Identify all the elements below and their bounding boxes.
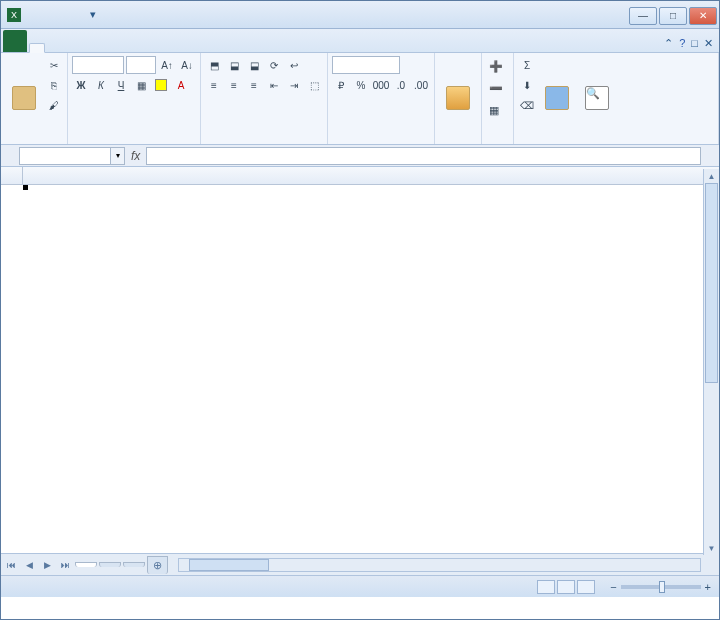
- copy-icon[interactable]: ⎘: [45, 76, 63, 94]
- align-bottom-icon[interactable]: ⬓: [245, 56, 263, 74]
- sheet-nav-next-icon[interactable]: ▶: [39, 557, 55, 573]
- styles-button[interactable]: [439, 56, 477, 141]
- delete-cells-button[interactable]: ➖: [486, 78, 509, 98]
- fill-color-button[interactable]: [152, 76, 170, 94]
- zoom-slider[interactable]: − +: [610, 581, 711, 593]
- indent-inc-icon[interactable]: ⇥: [285, 76, 303, 94]
- tab-layout[interactable]: [59, 44, 73, 52]
- cut-icon[interactable]: ✂: [45, 56, 63, 74]
- ribbon-minimize-icon[interactable]: ⌃: [664, 37, 673, 50]
- align-center-icon[interactable]: ≡: [225, 76, 243, 94]
- sheet-tab-3[interactable]: [123, 562, 145, 567]
- align-middle-icon[interactable]: ⬓: [225, 56, 243, 74]
- tab-developer[interactable]: [129, 44, 143, 52]
- view-normal-icon[interactable]: [537, 580, 555, 594]
- currency-icon[interactable]: ₽: [332, 76, 350, 94]
- shrink-font-icon[interactable]: A↓: [178, 56, 196, 74]
- ribbon-help: ⌃ ? □ ✕: [658, 35, 719, 52]
- align-top-icon[interactable]: ⬒: [205, 56, 223, 74]
- number-format-select[interactable]: [332, 56, 400, 74]
- text-color-button[interactable]: A: [172, 76, 190, 94]
- close-button[interactable]: ✕: [689, 7, 717, 25]
- window-controls: — □ ✕: [629, 5, 719, 25]
- excel-icon: X: [7, 8, 21, 22]
- tab-review[interactable]: [101, 44, 115, 52]
- format-painter-icon[interactable]: 🖌: [45, 96, 63, 114]
- border-button[interactable]: ▦: [132, 76, 150, 94]
- vscroll-thumb[interactable]: [705, 183, 718, 383]
- tab-foxit[interactable]: [157, 44, 171, 52]
- vertical-scrollbar[interactable]: ▲ ▼: [703, 169, 719, 555]
- grow-font-icon[interactable]: A↑: [158, 56, 176, 74]
- scroll-down-icon[interactable]: ▼: [704, 541, 719, 555]
- new-sheet-button[interactable]: ⊕: [147, 556, 168, 574]
- font-size-select[interactable]: [126, 56, 156, 74]
- sheet-tab-1[interactable]: [75, 562, 97, 567]
- merge-icon[interactable]: ⬚: [305, 76, 323, 94]
- save-icon[interactable]: [25, 7, 41, 23]
- italic-button[interactable]: К: [92, 76, 110, 94]
- doc-restore-icon[interactable]: □: [691, 37, 698, 50]
- sort-filter-button[interactable]: [538, 56, 576, 141]
- paste-button[interactable]: [5, 56, 43, 141]
- align-right-icon[interactable]: ≡: [245, 76, 263, 94]
- percent-icon[interactable]: %: [352, 76, 370, 94]
- inc-decimal-icon[interactable]: .0: [392, 76, 410, 94]
- view-break-icon[interactable]: [577, 580, 595, 594]
- undo-icon[interactable]: [45, 7, 61, 23]
- bold-button[interactable]: Ж: [72, 76, 90, 94]
- worksheet-grid[interactable]: [1, 167, 719, 553]
- wrap-text-icon[interactable]: ↩: [285, 56, 303, 74]
- zoom-in-icon[interactable]: +: [705, 581, 711, 593]
- tab-formulas[interactable]: [73, 44, 87, 52]
- fx-icon[interactable]: fx: [131, 149, 140, 163]
- delete-row-icon: ➖: [489, 82, 503, 95]
- format-cells-button[interactable]: ▦: [486, 100, 509, 120]
- underline-button[interactable]: Ч: [112, 76, 130, 94]
- group-clipboard: ✂ ⎘ 🖌: [1, 53, 68, 144]
- sheet-nav-last-icon[interactable]: ⏭: [57, 557, 73, 573]
- doc-close-icon[interactable]: ✕: [704, 37, 713, 50]
- help-icon[interactable]: ?: [679, 37, 685, 50]
- name-box-dropdown[interactable]: ▾: [111, 147, 125, 165]
- ribbon: ✂ ⎘ 🖌 A↑ A↓ Ж К Ч ▦ A: [1, 53, 719, 145]
- name-box[interactable]: [19, 147, 111, 165]
- tab-abbyy[interactable]: [171, 44, 185, 52]
- dec-decimal-icon[interactable]: .00: [412, 76, 430, 94]
- tab-view[interactable]: [115, 44, 129, 52]
- align-left-icon[interactable]: ≡: [205, 76, 223, 94]
- clear-icon[interactable]: ⌫: [518, 96, 536, 114]
- formula-input[interactable]: [146, 147, 701, 165]
- group-font: A↑ A↓ Ж К Ч ▦ A: [68, 53, 201, 144]
- zoom-out-icon[interactable]: −: [610, 581, 616, 593]
- format-cells-icon: ▦: [489, 104, 499, 117]
- sheet-tab-2[interactable]: [99, 562, 121, 567]
- insert-cells-button[interactable]: ➕: [486, 56, 509, 76]
- orientation-icon[interactable]: ⟳: [265, 56, 283, 74]
- maximize-button[interactable]: □: [659, 7, 687, 25]
- font-name-select[interactable]: [72, 56, 124, 74]
- tab-addins[interactable]: [143, 44, 157, 52]
- group-alignment: ⬒ ⬓ ⬓ ⟳ ↩ ≡ ≡ ≡ ⇤ ⇥ ⬚: [201, 53, 328, 144]
- indent-dec-icon[interactable]: ⇤: [265, 76, 283, 94]
- minimize-button[interactable]: —: [629, 7, 657, 25]
- sheet-nav-first-icon[interactable]: ⏮: [3, 557, 19, 573]
- view-layout-icon[interactable]: [557, 580, 575, 594]
- hscroll-thumb[interactable]: [189, 559, 269, 571]
- file-tab[interactable]: [3, 30, 27, 52]
- sheet-nav-prev-icon[interactable]: ◀: [21, 557, 37, 573]
- insert-row-icon: ➕: [489, 60, 503, 73]
- find-select-button[interactable]: 🔍: [578, 56, 616, 141]
- tab-home[interactable]: [29, 43, 45, 53]
- horizontal-scrollbar[interactable]: [178, 558, 701, 572]
- tab-data[interactable]: [87, 44, 101, 52]
- qat-dropdown-icon[interactable]: ▾: [85, 7, 101, 23]
- styles-icon: [446, 86, 470, 110]
- scroll-up-icon[interactable]: ▲: [704, 169, 719, 183]
- autosum-icon[interactable]: Σ: [518, 56, 536, 74]
- redo-icon[interactable]: [65, 7, 81, 23]
- select-all-corner[interactable]: [1, 167, 23, 184]
- tab-insert[interactable]: [45, 44, 59, 52]
- comma-icon[interactable]: 000: [372, 76, 390, 94]
- fill-icon[interactable]: ⬇: [518, 76, 536, 94]
